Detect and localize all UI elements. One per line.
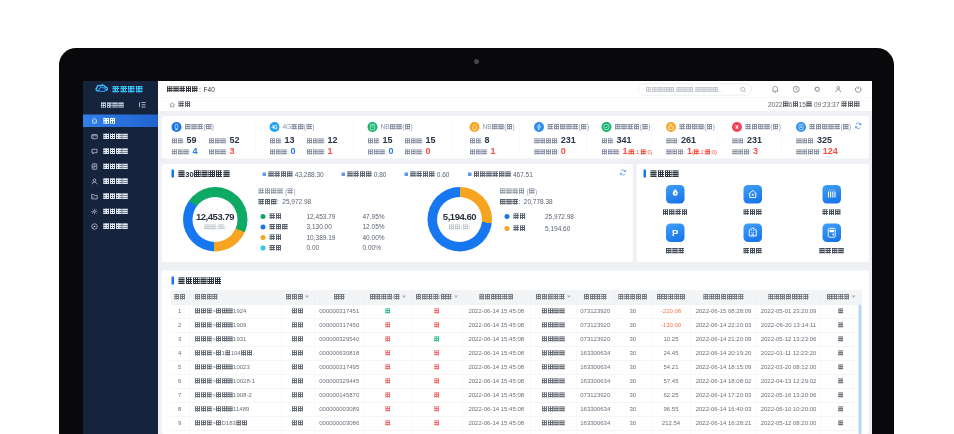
svg-text:P: P <box>672 227 679 238</box>
